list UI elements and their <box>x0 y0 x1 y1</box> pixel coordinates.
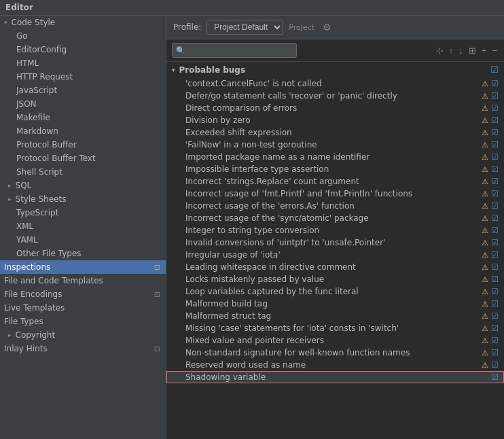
checkbox-icon[interactable]: ☑ <box>491 152 499 162</box>
sidebar-item-editorconfig[interactable]: EditorConfig <box>0 43 166 56</box>
sidebar-item-sql[interactable]: SQL <box>0 179 166 192</box>
inspection-row[interactable]: Direct comparison of errors⚠☑ <box>166 102 504 114</box>
sidebar-item-go[interactable]: Go <box>0 29 166 43</box>
search-input[interactable] <box>172 43 297 58</box>
inspection-row[interactable]: 'FailNow' in a non-test goroutine⚠☑ <box>166 139 504 151</box>
sidebar-item-file-encodings[interactable]: File Encodings ⊡ <box>0 287 166 301</box>
inspection-row[interactable]: Loop variables captured by the func lite… <box>166 285 504 298</box>
inspection-row[interactable]: Incorrect 'strings.Replace' count argume… <box>166 175 504 188</box>
inspection-row-text: Shadowing variable <box>185 372 488 382</box>
inspection-row[interactable]: Incorrect usage of 'fmt.Printf' and 'fmt… <box>166 188 504 200</box>
inspection-row-text: Mixed value and pointer receivers <box>185 336 482 345</box>
checkbox-icon[interactable]: ☑ <box>491 79 499 88</box>
warning-icon: ⚠ <box>482 336 488 345</box>
inspection-row[interactable]: Defer/go statement calls 'recover' or 'p… <box>166 90 504 102</box>
checkbox-icon[interactable]: ☑ <box>491 311 499 321</box>
sidebar-item-copyright[interactable]: Copyright <box>0 328 166 342</box>
checkbox-icon[interactable]: ☑ <box>491 189 499 198</box>
remove-button[interactable]: − <box>490 44 499 57</box>
checkbox-icon[interactable]: ☑ <box>491 91 499 101</box>
sidebar-item-live-templates[interactable]: Live Templates <box>0 301 166 315</box>
group-checkbox[interactable]: ☑ <box>490 65 499 75</box>
add-button[interactable]: + <box>480 44 488 57</box>
checkbox-icon[interactable]: ☑ <box>491 287 499 296</box>
checkbox-icon[interactable]: ☑ <box>491 275 499 284</box>
checkbox-icon[interactable]: ☑ <box>491 177 499 186</box>
sidebar-item-json[interactable]: JSON <box>0 97 166 111</box>
sidebar-item-typescript[interactable]: TypeScript <box>0 206 166 220</box>
inspection-row[interactable]: Shadowing variable☑ <box>166 371 504 383</box>
inspections-list: Probable bugs ☑ 'context.CancelFunc' is … <box>166 62 504 439</box>
profile-select[interactable]: Project Default <box>206 20 283 35</box>
inspection-row[interactable]: Leading whitespace in directive comment⚠… <box>166 261 504 273</box>
gear-button[interactable]: ⚙ <box>320 20 334 34</box>
sidebar-item-protocol-buffer[interactable]: Protocol Buffer <box>0 138 166 152</box>
sidebar-item-html[interactable]: HTML <box>0 56 166 70</box>
up-button[interactable]: ↑ <box>448 44 455 57</box>
checkbox-icon[interactable]: ☑ <box>491 226 499 235</box>
sidebar-item-code-style[interactable]: Code Style <box>0 16 166 29</box>
warning-icon: ⚠ <box>482 239 488 247</box>
checkbox-icon[interactable]: ☑ <box>491 164 499 174</box>
inspection-row[interactable]: Incorrect usage of the 'sync/atomic' pac… <box>166 212 504 224</box>
main-layout: Code Style Go EditorConfig HTML HTTP Req… <box>0 16 504 439</box>
checkbox-icon[interactable]: ☑ <box>491 336 499 345</box>
checkbox-icon[interactable]: ☑ <box>491 103 499 113</box>
sidebar-item-file-and-code-templates[interactable]: File and Code Templates <box>0 274 166 287</box>
checkbox-icon[interactable]: ☑ <box>491 140 499 150</box>
checkbox-icon[interactable]: ☑ <box>491 201 499 211</box>
checkbox-icon[interactable]: ☑ <box>491 262 499 272</box>
inspection-row[interactable]: 'context.CancelFunc' is not called⚠☑ <box>166 77 504 90</box>
warning-icon: ⚠ <box>482 263 488 272</box>
inspection-row[interactable]: Division by zero⚠☑ <box>166 114 504 126</box>
inspection-row[interactable]: Integer to string type conversion⚠☑ <box>166 224 504 236</box>
inspection-row[interactable]: Non-standard signature for well-known fu… <box>166 347 504 359</box>
checkbox-icon[interactable]: ☑ <box>491 348 499 357</box>
inspection-row[interactable]: Irregular usage of 'iota'⚠☑ <box>166 249 504 261</box>
warning-icon: ⚠ <box>482 190 488 198</box>
label: Shell Script <box>16 167 62 177</box>
inspection-row-text: Locks mistakenly passed by value <box>185 275 482 284</box>
inspection-row[interactable]: Mixed value and pointer receivers⚠☑ <box>166 334 504 347</box>
copy-button[interactable]: ⊞ <box>467 44 478 57</box>
sidebar-item-markdown[interactable]: Markdown <box>0 124 166 138</box>
filter-button[interactable]: ⊹ <box>435 44 445 57</box>
inspection-row[interactable]: Invalid conversions of 'uintptr' to 'uns… <box>166 236 504 249</box>
inspection-row[interactable]: Malformed build tag⚠☑ <box>166 298 504 310</box>
inspection-row[interactable]: Imported package name as a name identifi… <box>166 151 504 163</box>
checkbox-icon[interactable]: ☑ <box>491 250 499 260</box>
sidebar-item-inlay-hints[interactable]: Inlay Hints ⊡ <box>0 342 166 355</box>
inspection-row[interactable]: Incorrect usage of the 'errors.As' funct… <box>166 200 504 212</box>
down-button[interactable]: ↓ <box>457 44 465 57</box>
checkbox-icon[interactable]: ☑ <box>491 372 499 382</box>
inspection-row[interactable]: Reserved word used as name⚠☑ <box>166 359 504 371</box>
inspection-row[interactable]: Impossible interface type assertion⚠☑ <box>166 163 504 175</box>
warning-icon: ⚠ <box>482 214 488 223</box>
sidebar-item-makefile[interactable]: Makefile <box>0 111 166 124</box>
checkbox-icon[interactable]: ☑ <box>491 213 499 223</box>
inspection-row[interactable]: Malformed struct tag⚠☑ <box>166 310 504 322</box>
sidebar-item-protocol-buffer-text[interactable]: Protocol Buffer Text <box>0 152 166 165</box>
sidebar-item-inspections[interactable]: Inspections ⊡ <box>0 260 166 274</box>
checkbox-icon[interactable]: ☑ <box>491 238 499 247</box>
inspection-row[interactable]: Locks mistakenly passed by value⚠☑ <box>166 273 504 285</box>
chevron-probable-bugs <box>172 67 175 73</box>
checkbox-icon[interactable]: ☑ <box>491 323 499 333</box>
sidebar-item-file-types[interactable]: File Types <box>0 315 166 328</box>
group-header-probable-bugs[interactable]: Probable bugs ☑ <box>166 62 504 77</box>
sidebar-item-shell-script[interactable]: Shell Script <box>0 165 166 179</box>
sidebar-item-xml[interactable]: XML <box>0 220 166 233</box>
toolbar-icons: ⊹ ↑ ↓ ⊞ + − <box>435 44 499 57</box>
inspection-row[interactable]: Missing 'case' statements for 'iota' con… <box>166 322 504 334</box>
inspection-row-text: Missing 'case' statements for 'iota' con… <box>185 323 482 333</box>
inspection-row[interactable]: Exceeded shift expression⚠☑ <box>166 126 504 139</box>
sidebar-item-javascript[interactable]: JavaScript <box>0 84 166 97</box>
checkbox-icon[interactable]: ☑ <box>491 116 499 125</box>
sidebar-item-other-file-types[interactable]: Other File Types <box>0 247 166 260</box>
sidebar-item-style-sheets[interactable]: Style Sheets <box>0 192 166 206</box>
checkbox-icon[interactable]: ☑ <box>491 299 499 309</box>
checkbox-icon[interactable]: ☑ <box>491 360 499 370</box>
sidebar-item-yaml[interactable]: YAML <box>0 233 166 247</box>
checkbox-icon[interactable]: ☑ <box>491 128 499 137</box>
sidebar-item-http-request[interactable]: HTTP Request <box>0 70 166 84</box>
